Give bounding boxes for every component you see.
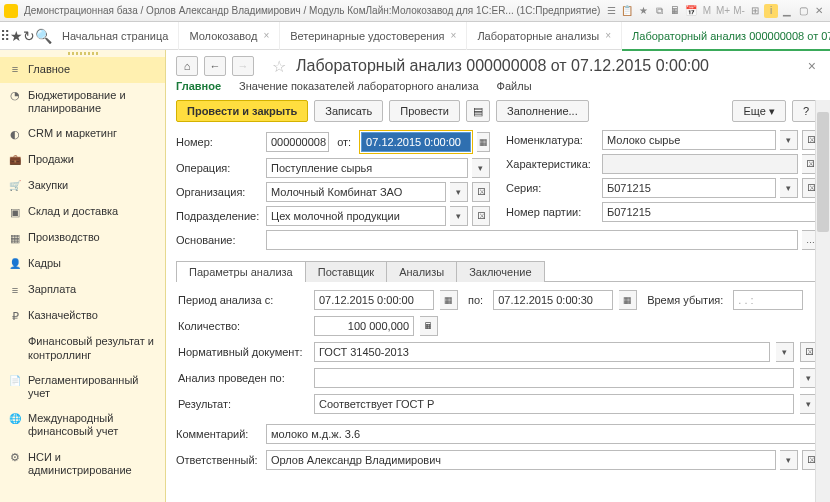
dropdown-icon[interactable]: ▾ <box>780 178 798 198</box>
tb-icon[interactable]: M+ <box>716 4 730 18</box>
date-field[interactable]: 07.12.2015 0:00:00 <box>361 132 471 152</box>
normdoc-field[interactable]: ГОСТ 31450-2013 <box>314 342 770 362</box>
sidebar-item-crm[interactable]: CRM и маркетинг <box>0 121 165 147</box>
sidebar-item-reg[interactable]: Регламентированный учет <box>0 368 165 406</box>
sidebar-item-main[interactable]: ≡Главное <box>0 57 165 83</box>
dropdown-icon[interactable]: ▾ <box>780 450 798 470</box>
sidebar-item-budget[interactable]: Бюджетирование и планирование <box>0 83 165 121</box>
sidebar-handle-icon[interactable] <box>68 52 98 55</box>
label-item: Номенклатура: <box>506 134 598 146</box>
back-button[interactable]: ← <box>204 56 226 76</box>
tb-icon[interactable]: ⧉ <box>652 4 666 18</box>
open-icon[interactable]: ⮽ <box>472 182 490 202</box>
tab-lab-list[interactable]: Лабораторные анализы× <box>467 22 622 50</box>
arrival-time-field[interactable]: . . : <box>733 290 803 310</box>
fill-button[interactable]: Заполнение... <box>496 100 589 122</box>
more-button[interactable]: Еще ▾ <box>732 100 785 122</box>
calendar-icon[interactable]: ▦ <box>477 132 490 152</box>
audited-by-field[interactable] <box>314 368 794 388</box>
result-field[interactable]: Соответствует ГОСТ Р <box>314 394 794 414</box>
department-field[interactable]: Цех молочной продукции <box>266 206 446 226</box>
sidebar-item-sales[interactable]: Продажи <box>0 147 165 173</box>
minimize-icon[interactable]: ▁ <box>780 4 794 18</box>
qty-field[interactable]: 100 000,000 <box>314 316 414 336</box>
scrollbar-thumb[interactable] <box>817 112 829 232</box>
calculator-icon[interactable]: 🖩 <box>420 316 438 336</box>
inner-tab-analyses[interactable]: Анализы <box>386 261 457 282</box>
calendar-icon[interactable]: ▦ <box>440 290 458 310</box>
forward-button[interactable]: → <box>232 56 254 76</box>
tab-close-icon[interactable]: × <box>451 30 457 41</box>
dropdown-icon[interactable]: ▾ <box>776 342 794 362</box>
history-icon[interactable]: ↻ <box>23 22 35 50</box>
sidebar-label: Международный финансовый учет <box>28 412 157 438</box>
sidebar-item-salary[interactable]: Зарплата <box>0 277 165 303</box>
batch-field[interactable]: Б071215 <box>602 202 820 222</box>
subtab-main[interactable]: Главное <box>176 80 221 92</box>
chevron-down-icon: ▾ <box>769 105 775 118</box>
tb-icon[interactable]: M- <box>732 4 746 18</box>
sidebar-item-treasury[interactable]: Казначейство <box>0 303 165 329</box>
page-close-icon[interactable]: × <box>804 58 820 74</box>
tab-close-icon[interactable]: × <box>263 30 269 41</box>
tb-icon[interactable]: 📋 <box>620 4 634 18</box>
tb-icon[interactable]: 🖩 <box>668 4 682 18</box>
tab-module[interactable]: Молокозавод× <box>179 22 280 50</box>
dropdown-icon[interactable]: ▾ <box>450 182 468 202</box>
sidebar-item-warehouse[interactable]: Склад и доставка <box>0 199 165 225</box>
report-button[interactable]: ▤ <box>466 100 490 122</box>
search-icon[interactable]: 🔍 <box>35 22 52 50</box>
apps-grid-icon[interactable]: ⠿ <box>0 22 10 50</box>
menu-icon: ≡ <box>8 63 22 77</box>
tb-icon[interactable]: ★ <box>636 4 650 18</box>
open-icon[interactable]: ⮽ <box>472 206 490 226</box>
basis-field[interactable] <box>266 230 798 250</box>
tab-label: Начальная страница <box>62 30 168 42</box>
sidebar-item-ifrs[interactable]: Международный финансовый учет <box>0 406 165 444</box>
period-from-field[interactable]: 07.12.2015 0:00:00 <box>314 290 434 310</box>
calendar-icon[interactable]: ▦ <box>619 290 637 310</box>
tab-lab-doc[interactable]: Лабораторный анализ 000000008 от 07.12.2… <box>622 22 830 50</box>
post-and-close-button[interactable]: Провести и закрыть <box>176 100 308 122</box>
tb-icon[interactable]: ☰ <box>604 4 618 18</box>
period-to-field[interactable]: 07.12.2015 0:00:30 <box>493 290 613 310</box>
sidebar-item-production[interactable]: Производство <box>0 225 165 251</box>
scrollbar[interactable] <box>815 100 830 502</box>
sidebar-item-finresult[interactable]: Финансовый результат и контроллинг <box>0 329 165 367</box>
organization-field[interactable]: Молочный Комбинат ЗАО <box>266 182 446 202</box>
tab-start[interactable]: Начальная страница <box>52 22 179 50</box>
inner-tab-params[interactable]: Параметры анализа <box>176 261 306 282</box>
comment-field[interactable]: молоко м.д.ж. 3.6 <box>266 424 820 444</box>
series-field[interactable]: Б071215 <box>602 178 776 198</box>
subtab-files[interactable]: Файлы <box>497 80 532 92</box>
sidebar-item-purchases[interactable]: Закупки <box>0 173 165 199</box>
globe-icon <box>8 412 22 426</box>
tb-icon[interactable]: ⊞ <box>748 4 762 18</box>
characteristic-field[interactable] <box>602 154 798 174</box>
star-icon[interactable]: ☆ <box>272 57 286 76</box>
operation-field[interactable]: Поступление сырья <box>266 158 468 178</box>
inner-tab-supplier[interactable]: Поставщик <box>305 261 387 282</box>
sidebar-item-nsi[interactable]: НСИ и администрирование <box>0 445 165 483</box>
close-icon[interactable]: ✕ <box>812 4 826 18</box>
tab-vet[interactable]: Ветеринарные удостоверения× <box>280 22 467 50</box>
tb-icon[interactable]: 📅 <box>684 4 698 18</box>
favorites-icon[interactable]: ★ <box>10 22 23 50</box>
responsible-field[interactable]: Орлов Александр Владимирович <box>266 450 776 470</box>
number-field[interactable]: 000000008 <box>266 132 329 152</box>
post-button[interactable]: Провести <box>389 100 460 122</box>
dropdown-icon[interactable]: ▾ <box>472 158 490 178</box>
home-button[interactable]: ⌂ <box>176 56 198 76</box>
dropdown-icon[interactable]: ▾ <box>780 130 798 150</box>
app-toolbar-row: ⠿ ★ ↻ 🔍 Начальная страница Молокозавод× … <box>0 22 830 50</box>
maximize-icon[interactable]: ▢ <box>796 4 810 18</box>
item-field[interactable]: Молоко сырье <box>602 130 776 150</box>
subtab-values[interactable]: Значение показателей лабораторного анали… <box>239 80 479 92</box>
dropdown-icon[interactable]: ▾ <box>450 206 468 226</box>
tb-info-icon[interactable]: i <box>764 4 778 18</box>
save-button[interactable]: Записать <box>314 100 383 122</box>
sidebar-item-hr[interactable]: Кадры <box>0 251 165 277</box>
tab-close-icon[interactable]: × <box>605 30 611 41</box>
tb-icon[interactable]: M <box>700 4 714 18</box>
inner-tab-conclusion[interactable]: Заключение <box>456 261 544 282</box>
